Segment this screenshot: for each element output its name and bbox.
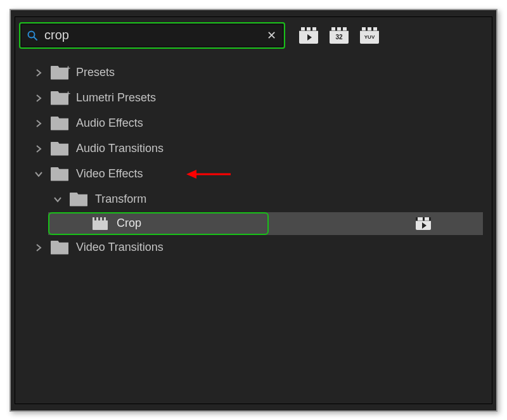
tree-item-crop[interactable]: Crop (48, 212, 483, 235)
search-input[interactable] (44, 28, 259, 42)
chevron-right-icon (34, 119, 43, 128)
accelerated-effects-icon[interactable] (299, 27, 318, 44)
tree-label: Audio Transitions (76, 142, 164, 155)
effects-tree: Presets Lumetri Presets Audio Effects Au… (19, 60, 488, 260)
panel-outer-frame: ✕ 32 YUV (10, 9, 497, 412)
32bit-effects-icon[interactable]: 32 (330, 27, 349, 44)
arrow-annotation (186, 167, 232, 182)
toolbar-icons: 32 YUV (299, 27, 379, 44)
preset-folder-icon (51, 66, 68, 80)
search-highlight: ✕ (19, 22, 285, 49)
tree-item-audio-effects[interactable]: Audio Effects (34, 111, 488, 136)
tree-item-transform[interactable]: Transform (34, 187, 488, 212)
chevron-down-icon (53, 195, 62, 204)
tree-label: Crop (117, 217, 141, 230)
clear-search-icon[interactable]: ✕ (266, 29, 278, 42)
tree-item-audio-transitions[interactable]: Audio Transitions (34, 136, 488, 162)
chevron-right-icon (34, 94, 43, 103)
tree-label: Presets (76, 66, 115, 79)
svg-marker-3 (186, 170, 196, 179)
svg-line-1 (34, 37, 37, 40)
folder-icon (51, 117, 68, 130)
preset-folder-icon (51, 91, 68, 105)
yuv-effects-icon[interactable]: YUV (360, 27, 379, 44)
tree-label: Video Transitions (76, 241, 164, 254)
folder-icon (51, 167, 68, 181)
top-row: ✕ 32 YUV (19, 22, 488, 49)
chevron-down-icon (34, 170, 43, 179)
crop-row-container: Crop (19, 212, 488, 235)
tree-label: Lumetri Presets (76, 91, 156, 105)
tree-item-lumetri-presets[interactable]: Lumetri Presets (34, 86, 488, 111)
chevron-right-icon (34, 243, 43, 252)
tree-label: Transform (95, 193, 146, 206)
search-icon (27, 30, 38, 41)
effect-icon (93, 217, 108, 230)
tree-item-video-transitions[interactable]: Video Transitions (34, 235, 488, 260)
tree-item-presets[interactable]: Presets (34, 60, 488, 86)
folder-icon (51, 142, 68, 156)
search-box[interactable]: ✕ (21, 24, 283, 47)
tree-label: Video Effects (76, 167, 143, 181)
chevron-right-icon (34, 144, 43, 153)
folder-icon (51, 241, 68, 255)
crop-badge-icon (416, 217, 431, 230)
effects-panel: ✕ 32 YUV (15, 16, 492, 404)
tree-label: Audio Effects (76, 117, 143, 130)
chevron-right-icon (34, 68, 43, 77)
tree-item-video-effects[interactable]: Video Effects (34, 162, 488, 187)
folder-icon (70, 193, 87, 207)
